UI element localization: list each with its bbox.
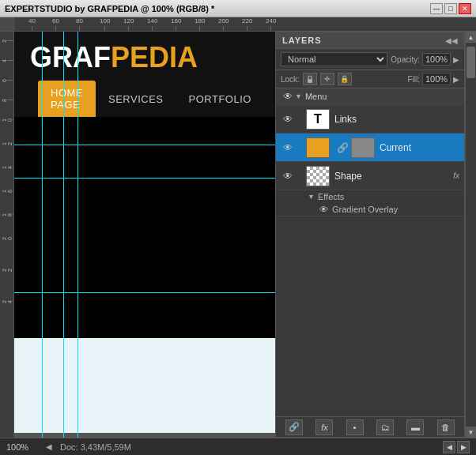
new-group-button[interactable]: 🗂 [376, 419, 394, 435]
status-bar: 100% ◀ Doc: 3,43M/5,59M ◀ ▶ [0, 438, 476, 455]
logo-orange: PEDIA [111, 41, 198, 73]
layer-thumb-links: T [306, 109, 330, 130]
effect-visibility-icon[interactable]: 👁 [319, 205, 332, 214]
ruler-v-mark: 14 [0, 166, 13, 169]
effect-gradient-overlay[interactable]: 👁 Gradient Overlay [276, 203, 464, 216]
layer-name-links: Links [334, 114, 459, 125]
ruler-mark: 80 [76, 17, 83, 31]
opacity-label: Opacity: [391, 55, 420, 64]
vertical-ruler: 2 4 6 8 10 12 14 16 18 20 22 24 [0, 32, 14, 438]
effects-label: Effects [318, 192, 344, 201]
ruler-v-mark: 22 [0, 269, 13, 272]
nav-item-services[interactable]: SERVICES [96, 87, 176, 111]
ruler-v-mark: 10 [0, 118, 13, 122]
ruler-mark: 120 [123, 17, 134, 31]
nav-item-homepage[interactable]: HOME PAGE [38, 81, 96, 117]
fill-chain-button[interactable]: ▶ [453, 75, 459, 84]
close-button[interactable]: ✕ [459, 3, 471, 14]
minimize-button[interactable]: — [430, 3, 443, 14]
link-layers-button[interactable]: 🔗 [285, 419, 303, 435]
layer-name-current: Current [380, 142, 459, 153]
ruler-v-mark: 18 [0, 213, 13, 216]
layer-thumb-current-gray [351, 137, 375, 158]
effects-header[interactable]: ▼ Effects [276, 190, 464, 203]
opacity-row: Opacity: 100% ▶ [391, 53, 459, 66]
scroll-up-arrow[interactable]: ▲ [466, 32, 477, 43]
lock-move-button[interactable]: ✛ [320, 73, 334, 85]
layer-visibility-icon[interactable]: 👁 [281, 114, 295, 125]
layers-panel: LAYERS ◀◀ Normal Multiply Screen Opacity… [275, 32, 465, 438]
group-expand-arrow[interactable]: ▼ [295, 92, 302, 100]
chain-button[interactable]: ▶ [453, 55, 459, 64]
ruler-mark: 200 [218, 17, 229, 31]
ruler-mark: 220 [242, 17, 252, 31]
ruler-mark: 140 [147, 17, 157, 31]
add-mask-button[interactable]: ▪ [346, 419, 364, 435]
layer-name-shape: Shape [334, 171, 453, 182]
nav-arrows: ◀ ▶ [443, 441, 470, 453]
ruler-mark: 160 [171, 17, 181, 31]
title-bar: EXPERTSTUDIO by GRAFPEDIA @ 100% (RGB/8)… [0, 0, 476, 17]
scroll-down-arrow[interactable]: ▼ [466, 427, 477, 438]
layers-collapse-button[interactable]: ◀◀ [445, 36, 458, 45]
layer-visibility-icon[interactable]: 👁 [281, 142, 295, 153]
ruler-h-marks: 40 60 80 100 120 140 160 180 200 220 240 [14, 17, 476, 31]
layer-item-links[interactable]: 👁 T Links [276, 105, 464, 133]
ruler-v-mark: 4 [0, 59, 13, 62]
ruler-mark: 60 [52, 17, 59, 31]
doc-info: Doc: 3,43M/5,59M [60, 442, 435, 452]
svg-rect-0 [308, 79, 312, 83]
blend-mode-select[interactable]: Normal Multiply Screen [281, 52, 387, 66]
window-title: EXPERTSTUDIO by GRAFPEDIA @ 100% (RGB/8)… [5, 4, 214, 13]
layer-thumb-shape [306, 166, 330, 186]
status-arrow-left[interactable]: ◀ [46, 442, 52, 451]
group-visibility-icon[interactable]: 👁 [281, 91, 295, 102]
effects-expand-arrow[interactable]: ▼ [308, 193, 315, 201]
ruler-v-mark: 8 [0, 99, 13, 102]
effects-group: ▼ Effects 👁 Gradient Overlay [276, 190, 464, 216]
new-layer-button[interactable]: ▬ [406, 419, 424, 435]
ruler-v-mark: 20 [0, 237, 13, 240]
opacity-value[interactable]: 100% [422, 53, 451, 66]
nav-next-button[interactable]: ▶ [457, 441, 470, 453]
ruler-v-mark: 6 [0, 79, 13, 82]
group-name-menu: Menu [305, 92, 327, 101]
horizontal-ruler: 40 60 80 100 120 140 160 180 200 220 240 [0, 17, 476, 32]
layers-blend-controls: Normal Multiply Screen Opacity: 100% ▶ [276, 49, 464, 70]
layer-fx-icon: fx [453, 171, 459, 180]
layer-thumb-current-orange [306, 137, 330, 158]
layer-visibility-icon[interactable]: 👁 [281, 171, 295, 182]
delete-layer-button[interactable]: 🗑 [437, 419, 455, 435]
nav-item-portfolio[interactable]: PORTFOLIO [176, 87, 264, 111]
fill-label: Fill: [407, 75, 420, 84]
effect-name: Gradient Overlay [332, 205, 398, 214]
guide-vertical-1 [42, 32, 43, 438]
ruler-mark: 240 [266, 17, 276, 31]
lock-pixels-button[interactable] [303, 73, 317, 85]
guide-vertical-2 [63, 32, 64, 438]
lock-all-button[interactable]: 🔒 [338, 73, 352, 85]
ruler-corner [0, 17, 14, 32]
nav-prev-button[interactable]: ◀ [443, 441, 455, 453]
lock-label: Lock: [281, 75, 300, 84]
layer-link-icon: 🔗 [337, 142, 349, 153]
add-fx-button[interactable]: fx [315, 419, 333, 435]
layers-panel-header: LAYERS ◀◀ [276, 32, 464, 49]
scroll-track [466, 43, 476, 427]
zoom-level: 100% [6, 442, 38, 452]
lock-row: Lock: ✛ 🔒 Fill: 100% ▶ [276, 70, 464, 88]
guide-vertical-3 [77, 32, 78, 438]
ruler-v-mark: 24 [0, 300, 13, 303]
layer-group-menu[interactable]: 👁 ▼ Menu [276, 88, 464, 105]
main-area: 2 4 6 8 10 12 14 16 18 20 22 24 GRAFPEDI… [0, 32, 476, 438]
scroll-thumb[interactable] [467, 47, 475, 78]
layers-panel-title: LAYERS [282, 36, 322, 45]
fill-value[interactable]: 100% [422, 73, 451, 85]
ruler-v-mark: 12 [0, 142, 13, 145]
window-controls: — □ ✕ [430, 3, 471, 14]
maximize-button[interactable]: □ [444, 3, 457, 14]
fill-row: Fill: 100% ▶ [407, 73, 459, 85]
scrollbar-right[interactable]: ▲ ▼ [465, 32, 476, 438]
layer-item-current[interactable]: 👁 🔗 Current [276, 133, 464, 162]
layer-item-shape[interactable]: 👁 Shape fx [276, 162, 464, 190]
